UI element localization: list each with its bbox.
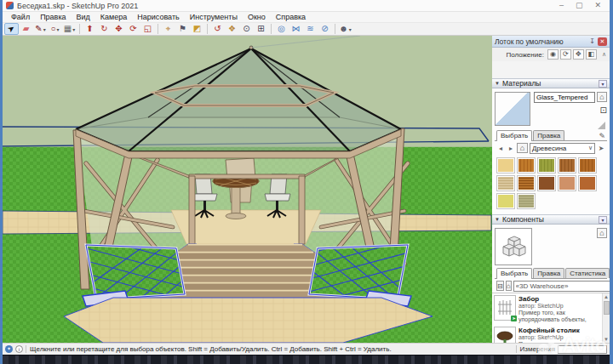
- menu-help[interactable]: Справка: [271, 12, 311, 23]
- material-name-input[interactable]: [534, 92, 595, 103]
- eye-icon[interactable]: ◉: [547, 49, 559, 60]
- home-icon[interactable]: ⌂: [506, 281, 512, 291]
- fence-thumbnail: ➤: [494, 295, 516, 321]
- pencil-icon[interactable]: ✎: [599, 132, 605, 140]
- material-swatch[interactable]: [578, 175, 597, 191]
- material-swatch[interactable]: [537, 175, 556, 191]
- toolbar: ➤ ▰ ✎▾ ○▾ ▦▾ ⬆ ↻ ✥ ⟳ ◱ ⌖ ⚑ ◩ ↺ ❖ ⊙ ⊞ ◎ ⋈…: [3, 23, 610, 36]
- user-account-menu[interactable]: ☻▾: [338, 23, 352, 35]
- tab-edit[interactable]: Правка: [533, 130, 564, 140]
- detail-arrow-icon[interactable]: ➤: [597, 145, 605, 152]
- collection-dropdown[interactable]: Древесина∨: [530, 143, 595, 154]
- info-icon[interactable]: i: [15, 345, 23, 353]
- follow-me-tool[interactable]: ↻: [97, 23, 112, 35]
- tab-select[interactable]: Выбрать: [496, 130, 532, 141]
- collapse-arrow-icon: ▼: [495, 81, 500, 86]
- forward-arrow-icon[interactable]: ▸: [507, 145, 515, 152]
- menu-edit[interactable]: Правка: [35, 12, 71, 23]
- gazebo-scene[interactable]: [3, 36, 492, 343]
- menu-file[interactable]: Файл: [6, 12, 35, 23]
- move-icon[interactable]: ✥: [573, 49, 584, 60]
- geolocation-icon[interactable]: ✦: [5, 345, 13, 353]
- material-swatch[interactable]: [496, 175, 515, 191]
- tray-header[interactable]: Лоток по умолчанию ↧ ✕: [492, 36, 610, 48]
- section-cut-toggle[interactable]: ≋: [303, 23, 318, 35]
- status-hint: Щелкните или перетащите для выбора объек…: [26, 345, 513, 353]
- resize-handle[interactable]: [598, 122, 605, 129]
- material-swatch[interactable]: [558, 157, 576, 173]
- collapse-chevron-icon[interactable]: ∧: [602, 51, 606, 58]
- section-fill-toggle[interactable]: ⊘: [318, 23, 332, 35]
- window-title: Беседка1.skp - SketchUp Pro 2021: [17, 2, 559, 10]
- material-swatch[interactable]: [578, 157, 597, 173]
- menu-camera[interactable]: Камера: [95, 12, 132, 23]
- components-tabs: Выбрать Правка Статистика: [495, 267, 607, 279]
- paint-icon[interactable]: ◧: [586, 49, 597, 60]
- menu-draw[interactable]: Нарисовать: [132, 12, 184, 23]
- tape-measure-tool[interactable]: ⌖: [161, 23, 175, 35]
- line-tool[interactable]: ✎▾: [33, 23, 48, 35]
- rotate-tool[interactable]: ⟳: [126, 23, 140, 35]
- list-item[interactable]: ➤ Забор автор: SketchUp Пример того, как…: [494, 295, 600, 323]
- menu-tools[interactable]: Инструменты: [185, 12, 243, 23]
- components-menu-button[interactable]: ▾: [599, 216, 607, 224]
- zoom-tool[interactable]: ⊙: [239, 23, 254, 35]
- text-tool[interactable]: ⚑: [175, 23, 190, 35]
- maximize-button[interactable]: ▢: [576, 2, 583, 9]
- zoom-extents-tool[interactable]: ⊞: [254, 23, 268, 35]
- move-tool[interactable]: ✥: [112, 23, 126, 35]
- material-swatch[interactable]: [558, 175, 576, 191]
- minimize-button[interactable]: –: [559, 2, 564, 9]
- orbit-tool[interactable]: ↺: [210, 23, 225, 35]
- material-swatch[interactable]: [537, 157, 556, 173]
- material-swatch[interactable]: [517, 157, 536, 173]
- measurements-input[interactable]: [558, 345, 607, 354]
- materials-menu-button[interactable]: ▾: [599, 80, 607, 88]
- materials-header[interactable]: ▼ Материалы ▾: [492, 78, 610, 88]
- view-mode-icon[interactable]: ⊟: [496, 281, 504, 291]
- components-header[interactable]: ▼ Компоненты ▾: [492, 214, 610, 225]
- circle-tool[interactable]: ○▾: [48, 23, 62, 35]
- scroll-up-icon[interactable]: ▲: [604, 293, 609, 300]
- paint-bucket-tool[interactable]: ◩: [190, 23, 204, 35]
- rectangle-tool[interactable]: ▦▾: [62, 23, 77, 35]
- rotate-icon[interactable]: ⟳: [560, 49, 571, 60]
- tab-edit[interactable]: Правка: [533, 268, 564, 278]
- components-search-row: ⊟ ⌂ ⚲ ➤: [495, 279, 607, 293]
- home-icon[interactable]: ⌂: [597, 92, 607, 102]
- back-arrow-icon[interactable]: ◂: [496, 145, 505, 152]
- material-swatch[interactable]: [517, 175, 536, 191]
- list-item[interactable]: ➤ Кофейный столик автор: SketchUp Пример…: [494, 327, 600, 343]
- warehouse-search-input[interactable]: [513, 281, 612, 292]
- tab-statistics[interactable]: Статистика: [565, 268, 610, 278]
- sample-paint-icon[interactable]: ⊡: [600, 105, 607, 115]
- home-icon[interactable]: ⌂: [597, 228, 607, 238]
- material-swatch[interactable]: [496, 193, 515, 209]
- materials-title: Материалы: [502, 79, 599, 88]
- material-swatch[interactable]: [496, 157, 515, 173]
- pin-icon[interactable]: ↧: [589, 37, 595, 45]
- component-author: автор: SketchUp: [518, 334, 600, 341]
- tab-select[interactable]: Выбрать: [496, 268, 532, 279]
- section-plane-tool[interactable]: ◎: [274, 23, 289, 35]
- push-pull-tool[interactable]: ⬆: [83, 23, 97, 35]
- menu-window[interactable]: Окно: [243, 12, 271, 23]
- model-viewport[interactable]: [3, 36, 492, 343]
- scale-tool[interactable]: ◱: [140, 23, 155, 35]
- select-tool[interactable]: ➤: [4, 23, 19, 35]
- close-button[interactable]: ✕: [594, 2, 601, 9]
- tray-close-button[interactable]: ✕: [598, 37, 607, 46]
- eraser-tool[interactable]: ▰: [19, 23, 33, 35]
- coffee-table-thumbnail: ➤: [494, 327, 516, 343]
- section-display-toggle[interactable]: ⋈: [289, 23, 303, 35]
- material-swatch[interactable]: [517, 193, 536, 209]
- scroll-down-icon[interactable]: ▼: [604, 336, 609, 343]
- scrollbar-thumb[interactable]: [604, 301, 610, 315]
- status-bar: ✦ i Щелкните или перетащите для выбора о…: [3, 343, 610, 355]
- default-tray-panel: Лоток по умолчанию ↧ ✕ Положение: ◉ ⟳ ✥ …: [492, 36, 610, 343]
- home-icon[interactable]: ⌂: [517, 143, 528, 153]
- materials-nav: ◂ ▸ ⌂ Древесина∨ ➤: [495, 141, 607, 155]
- menu-view[interactable]: Вид: [72, 12, 95, 23]
- components-scrollbar[interactable]: ▲ ▼: [602, 293, 610, 343]
- pan-tool[interactable]: ❖: [225, 23, 239, 35]
